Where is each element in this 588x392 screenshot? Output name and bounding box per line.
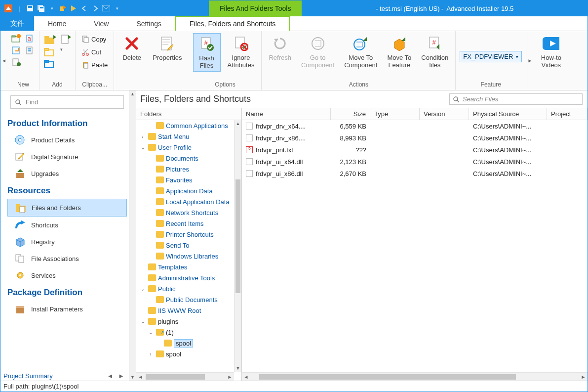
new-file-icon[interactable]: a xyxy=(25,34,35,43)
tab-home[interactable]: Home xyxy=(34,16,80,31)
properties-button[interactable]: Properties xyxy=(150,33,185,63)
paste-button[interactable]: Paste xyxy=(79,60,110,70)
table-row[interactable]: frdvpr_drv_x64....6,559 KBC:\Users\ADMIN… xyxy=(242,120,588,132)
tree-item[interactable]: spool xyxy=(136,338,234,348)
move-to-feature-button[interactable]: Move To Feature xyxy=(384,33,414,71)
tree-vscroll-thumb[interactable] xyxy=(235,179,240,293)
tree-item[interactable]: IIS WWW Root xyxy=(136,305,234,316)
list-hscrollbar[interactable]: ◄ ► xyxy=(242,372,588,381)
col-name[interactable]: Name xyxy=(242,108,331,120)
new-shortcut-icon[interactable] xyxy=(11,46,21,55)
col-type[interactable]: Type xyxy=(370,108,420,120)
sidebar-item-files-and-folders[interactable]: Files and Folders xyxy=(7,199,127,217)
table-row[interactable]: frdvpr_ui_x86.dll2,670 KBC:\Users\ADMINI… xyxy=(242,168,588,179)
tree-item[interactable]: Recent Items xyxy=(136,218,234,229)
sidebar-pager-arrows[interactable]: ◄ ► xyxy=(107,372,126,380)
cut-button[interactable]: Cut xyxy=(79,47,110,57)
tree-item[interactable]: ›spool xyxy=(136,348,234,359)
goto-component-button[interactable]: Go to Component xyxy=(298,33,337,71)
file-tab[interactable]: 文件 xyxy=(0,16,34,31)
ignore-attributes-button[interactable]: Ignore Attributes xyxy=(225,33,258,71)
expand-icon[interactable]: ⌄ xyxy=(139,145,146,150)
tree-item[interactable]: Windows Libraries xyxy=(136,251,234,261)
add-folder-blue-icon[interactable] xyxy=(43,59,56,69)
refresh-button[interactable]: Refresh xyxy=(266,33,294,63)
tree-item[interactable]: Network Shortcuts xyxy=(136,207,234,218)
tree-item[interactable]: ⌄plugins xyxy=(136,316,234,327)
tab-view[interactable]: View xyxy=(80,16,122,31)
col-project[interactable]: Project xyxy=(547,108,588,120)
col-source[interactable]: Physical Source xyxy=(469,108,547,120)
scroll-down-icon[interactable]: ▼ xyxy=(129,374,136,381)
sidebar-item-registry[interactable]: Registry xyxy=(0,233,129,250)
ribbon-scroll-left[interactable]: ◄ xyxy=(0,31,7,90)
table-row[interactable]: frdvpr_ui_x64.dll2,123 KBC:\Users\ADMINI… xyxy=(242,156,588,168)
tree-item[interactable]: Printer Shortcuts xyxy=(136,229,234,240)
back-icon[interactable] xyxy=(80,4,88,12)
project-summary-link[interactable]: Project Summary xyxy=(3,372,53,380)
expand-icon[interactable]: ⌄ xyxy=(147,330,154,335)
tree-item[interactable]: Templates xyxy=(136,261,234,272)
tree-item[interactable]: Send To xyxy=(136,240,234,251)
context-tab-files-tools[interactable]: Files And Folders Tools xyxy=(209,0,302,16)
hash-files-button[interactable]: # Hash Files xyxy=(193,33,221,72)
feature-combo[interactable]: FX_PDFVIEWER ▾ xyxy=(460,51,522,62)
tree-vscrollbar[interactable]: ▲ ▼ xyxy=(234,120,241,372)
add-file-icon[interactable] xyxy=(60,34,71,45)
add-folder-icon[interactable] xyxy=(43,34,56,45)
sidebar-item-install-parameters[interactable]: Install Parameters xyxy=(0,301,129,317)
tree-item[interactable]: ›Start Menu xyxy=(136,131,234,142)
tab-settings[interactable]: Settings xyxy=(122,16,175,31)
tree-item[interactable]: Local Application Data xyxy=(136,196,234,207)
tree-item[interactable]: Public Documents xyxy=(136,294,234,305)
sidebar-item-services[interactable]: Services xyxy=(0,267,129,284)
delete-button[interactable]: Delete xyxy=(118,33,146,63)
new-ini-icon[interactable] xyxy=(25,46,35,55)
new-folder-icon[interactable] xyxy=(11,34,21,43)
sidebar-item-digital-signature[interactable]: Digital Signature xyxy=(0,148,129,165)
condition-files-button[interactable]: # Condition files xyxy=(418,33,451,71)
sidebar-item-file-associations[interactable]: File Associations xyxy=(0,250,129,267)
tree-item[interactable]: Administrative Tools xyxy=(136,272,234,283)
file-rows[interactable]: frdvpr_drv_x64....6,559 KBC:\Users\ADMIN… xyxy=(242,120,588,381)
search-files-box[interactable]: Search Files xyxy=(449,93,583,105)
table-row[interactable]: frdvpr_drv_x86....8,993 KBC:\Users\ADMIN… xyxy=(242,132,588,144)
new-item-icon[interactable] xyxy=(11,58,21,67)
tree-item[interactable]: Application Data xyxy=(136,185,234,196)
add-file-dd-icon[interactable]: ▾ xyxy=(60,47,71,52)
sidebar-scrollbar[interactable]: ▲ ▼ xyxy=(129,90,136,381)
save-all-icon[interactable] xyxy=(37,4,45,12)
col-version[interactable]: Version xyxy=(420,108,469,120)
expand-icon[interactable]: › xyxy=(139,134,146,139)
tree-item[interactable]: ⌄User Profile xyxy=(136,142,234,153)
export-icon[interactable] xyxy=(59,4,67,12)
sidebar-item-shortcuts[interactable]: Shortcuts xyxy=(0,217,129,233)
add-folder-2-icon[interactable] xyxy=(43,47,56,57)
tree-item[interactable]: Favorites xyxy=(136,174,234,185)
tree-item[interactable]: ⌄Public xyxy=(136,283,234,294)
col-size[interactable]: Size xyxy=(331,108,370,120)
qat-dropdown-icon[interactable]: ▾ xyxy=(48,4,56,12)
find-box[interactable]: Find xyxy=(10,95,124,109)
qat-more-icon[interactable]: ▾ xyxy=(113,4,121,12)
tree-item[interactable]: Pictures xyxy=(136,164,234,174)
expand-icon[interactable]: ⌄ xyxy=(139,319,146,324)
column-headers[interactable]: Name Size Type Version Physical Source P… xyxy=(242,108,588,120)
move-to-component-button[interactable]: Move To Component xyxy=(341,33,380,71)
copy-button[interactable]: Copy xyxy=(79,34,110,44)
tab-files-folders-shortcuts[interactable]: Files, Folders and Shortcuts xyxy=(175,16,290,31)
tree-item[interactable]: Common Applications xyxy=(136,120,234,131)
folders-tree[interactable]: Common Applications›Start Menu⌄User Prof… xyxy=(136,120,234,372)
mail-icon[interactable] xyxy=(102,4,110,12)
sidebar-item-upgrades[interactable]: Upgrades xyxy=(0,165,129,182)
ribbon-scroll-right[interactable]: ► xyxy=(526,31,533,90)
save-icon[interactable] xyxy=(26,4,34,12)
expand-icon[interactable]: › xyxy=(147,351,154,357)
table-row[interactable]: ?frdvpr_pnt.txt???C:\Users\ADMINI~... xyxy=(242,144,588,156)
tree-hscrollbar[interactable]: ◄► xyxy=(136,372,234,381)
scroll-up-icon[interactable]: ▲ xyxy=(129,90,136,97)
howto-videos-button[interactable]: How-to Videos xyxy=(537,33,565,71)
sidebar-item-product-details[interactable]: Product Details xyxy=(0,131,129,148)
tree-item[interactable]: ⌄↗(1) xyxy=(136,327,234,338)
forward-icon[interactable] xyxy=(91,4,99,12)
